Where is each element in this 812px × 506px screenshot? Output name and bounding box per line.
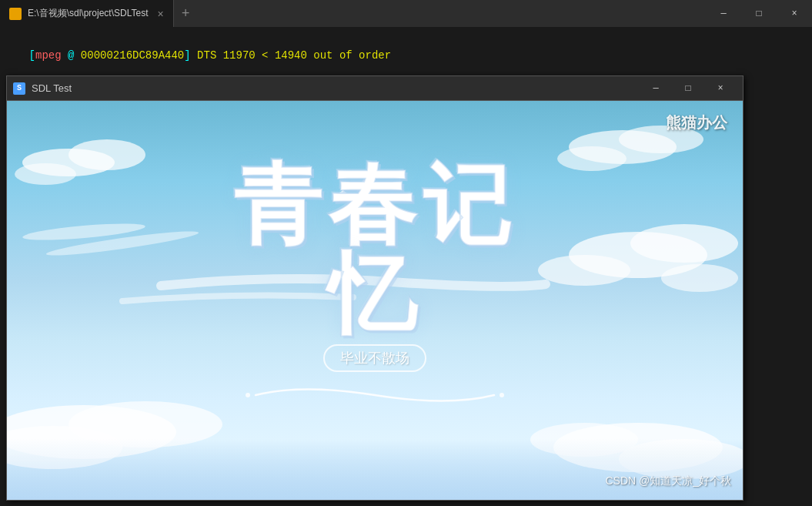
tab-close-button[interactable]: × [158,8,164,20]
decorative-line [191,380,559,414]
sdl-title: SDL Test [32,82,640,94]
bottom-fade [7,438,743,500]
sdl-window-controls: — □ × [640,76,737,101]
video-area: 熊猫办公 青春记忆 毕业不散场 ✦ ✦ ✦ CSDN @知道天凉_好个秋 [7,101,743,500]
tab-bar: E:\音视频\sdl\project\SDLTest × + — □ × [0,0,812,27]
warning-text: DTS 11970 < 14940 out of order [191,49,391,62]
subtitle-box: 毕业不散场 [323,344,426,372]
codec-label: mpeg [35,49,62,62]
subtitle-text: 毕业不散场 [340,350,409,366]
bracket-open: [ [29,49,35,62]
window-controls: — □ × [706,0,812,27]
watermark-bottom: CSDN @知道天凉_好个秋 [605,474,731,488]
svg-point-19 [500,393,504,397]
sdl-close-button[interactable]: × [704,76,737,101]
active-tab[interactable]: E:\音视频\sdl\project\SDLTest × [0,0,174,27]
maximize-button[interactable]: □ [741,0,777,27]
title-chinese: 青春记忆 [191,161,559,338]
sdl-icon: S [13,82,25,95]
sdl-window: S SDL Test — □ × [6,75,743,501]
tab-label: E:\音视频\sdl\project\SDLTest [28,7,149,20]
new-tab-button[interactable]: + [174,6,198,22]
sdl-minimize-button[interactable]: — [640,76,672,101]
deco-svg [240,380,510,410]
terminal-line-1: [mpeg @ 00000216DC89A440] DTS 11970 < 14… [3,33,809,79]
main-title-container: 青春记忆 毕业不散场 [191,161,559,414]
sdl-titlebar: S SDL Test — □ × [7,76,743,101]
watermark-top: 熊猫办公 [666,112,727,133]
close-button[interactable]: × [777,0,812,27]
sdl-maximize-button[interactable]: □ [672,76,704,101]
svg-point-18 [246,393,250,397]
minimize-button[interactable]: — [706,0,741,27]
tab-icon [9,8,22,20]
address-1: 00000216DC89A440 [81,49,184,62]
